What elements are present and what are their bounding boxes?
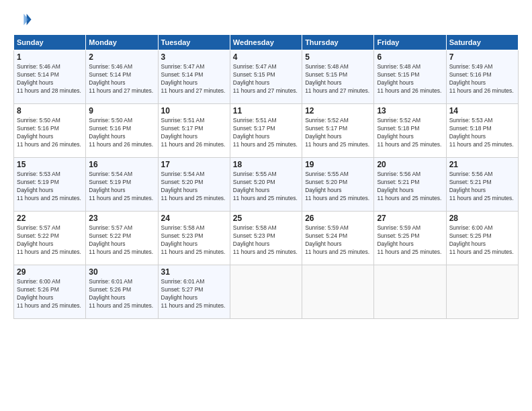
calendar-cell: 8 Sunrise: 5:50 AM Sunset: 5:16 PM Dayli… — [14, 104, 86, 158]
calendar-week-2: 8 Sunrise: 5:50 AM Sunset: 5:16 PM Dayli… — [14, 104, 519, 158]
day-number: 21 — [449, 160, 515, 169]
calendar-cell: 11 Sunrise: 5:51 AM Sunset: 5:17 PM Dayl… — [230, 104, 302, 158]
day-info: Sunrise: 5:54 AM Sunset: 5:20 PM Dayligh… — [161, 171, 227, 203]
day-info: Sunrise: 6:00 AM Sunset: 5:26 PM Dayligh… — [17, 278, 83, 310]
calendar-cell: 2 Sunrise: 5:46 AM Sunset: 5:14 PM Dayli… — [86, 50, 158, 104]
calendar-cell: 9 Sunrise: 5:50 AM Sunset: 5:16 PM Dayli… — [86, 104, 158, 158]
calendar-cell: 18 Sunrise: 5:55 AM Sunset: 5:20 PM Dayl… — [230, 158, 302, 212]
day-number: 26 — [305, 214, 371, 223]
calendar-cell: 27 Sunrise: 5:59 AM Sunset: 5:25 PM Dayl… — [374, 212, 446, 265]
calendar-cell — [374, 265, 446, 319]
calendar-cell: 26 Sunrise: 5:59 AM Sunset: 5:24 PM Dayl… — [302, 212, 374, 265]
day-info: Sunrise: 5:55 AM Sunset: 5:20 PM Dayligh… — [233, 171, 299, 203]
day-number: 11 — [233, 106, 299, 116]
calendar-cell: 12 Sunrise: 5:52 AM Sunset: 5:17 PM Dayl… — [302, 104, 374, 158]
day-info: Sunrise: 5:59 AM Sunset: 5:25 PM Dayligh… — [377, 224, 443, 257]
day-header-thursday: Thursday — [302, 35, 374, 50]
calendar-week-1: 1 Sunrise: 5:46 AM Sunset: 5:14 PM Dayli… — [14, 50, 519, 104]
day-number: 2 — [89, 52, 154, 62]
day-info: Sunrise: 6:01 AM Sunset: 5:26 PM Dayligh… — [89, 278, 154, 310]
day-number: 4 — [233, 52, 299, 62]
calendar-cell: 4 Sunrise: 5:47 AM Sunset: 5:15 PM Dayli… — [230, 50, 302, 104]
calendar-cell: 31 Sunrise: 6:01 AM Sunset: 5:27 PM Dayl… — [158, 265, 230, 319]
calendar-cell — [302, 265, 374, 319]
day-info: Sunrise: 5:56 AM Sunset: 5:21 PM Dayligh… — [449, 171, 515, 203]
day-info: Sunrise: 5:51 AM Sunset: 5:17 PM Dayligh… — [161, 117, 227, 149]
day-number: 12 — [305, 106, 371, 116]
calendar-cell: 7 Sunrise: 5:49 AM Sunset: 5:16 PM Dayli… — [446, 50, 518, 104]
day-info: Sunrise: 5:47 AM Sunset: 5:14 PM Dayligh… — [161, 63, 227, 95]
calendar-cell — [230, 265, 302, 319]
logo — [13, 10, 36, 29]
day-number: 27 — [377, 214, 443, 223]
logo-icon — [13, 10, 32, 29]
day-info: Sunrise: 5:46 AM Sunset: 5:14 PM Dayligh… — [89, 63, 154, 95]
day-header-wednesday: Wednesday — [230, 35, 302, 50]
calendar-body: 1 Sunrise: 5:46 AM Sunset: 5:14 PM Dayli… — [14, 50, 519, 319]
calendar-cell: 16 Sunrise: 5:54 AM Sunset: 5:19 PM Dayl… — [86, 158, 158, 212]
day-info: Sunrise: 5:54 AM Sunset: 5:19 PM Dayligh… — [89, 171, 154, 203]
day-number: 14 — [449, 106, 515, 116]
day-info: Sunrise: 5:51 AM Sunset: 5:17 PM Dayligh… — [233, 117, 299, 149]
day-number: 10 — [161, 106, 227, 116]
calendar-cell: 30 Sunrise: 6:01 AM Sunset: 5:26 PM Dayl… — [86, 265, 158, 319]
calendar-header-row: SundayMondayTuesdayWednesdayThursdayFrid… — [14, 35, 519, 50]
calendar-cell: 13 Sunrise: 5:52 AM Sunset: 5:18 PM Dayl… — [374, 104, 446, 158]
calendar-cell: 1 Sunrise: 5:46 AM Sunset: 5:14 PM Dayli… — [14, 50, 86, 104]
calendar-cell: 14 Sunrise: 5:53 AM Sunset: 5:18 PM Dayl… — [446, 104, 518, 158]
day-info: Sunrise: 5:53 AM Sunset: 5:19 PM Dayligh… — [17, 171, 83, 203]
calendar-week-5: 29 Sunrise: 6:00 AM Sunset: 5:26 PM Dayl… — [14, 265, 519, 319]
day-info: Sunrise: 5:53 AM Sunset: 5:18 PM Dayligh… — [449, 117, 515, 149]
day-info: Sunrise: 5:59 AM Sunset: 5:24 PM Dayligh… — [305, 224, 371, 257]
day-number: 20 — [377, 160, 443, 169]
day-info: Sunrise: 6:00 AM Sunset: 5:25 PM Dayligh… — [449, 224, 515, 257]
calendar-cell: 20 Sunrise: 5:56 AM Sunset: 5:21 PM Dayl… — [374, 158, 446, 212]
calendar-cell — [446, 265, 518, 319]
day-number: 1 — [17, 52, 83, 62]
day-number: 25 — [233, 214, 299, 223]
calendar-cell: 29 Sunrise: 6:00 AM Sunset: 5:26 PM Dayl… — [14, 265, 86, 319]
day-number: 9 — [89, 106, 154, 116]
day-info: Sunrise: 5:50 AM Sunset: 5:16 PM Dayligh… — [89, 117, 154, 149]
day-number: 6 — [377, 52, 443, 62]
page: SundayMondayTuesdayWednesdayThursdayFrid… — [0, 0, 532, 411]
day-number: 17 — [161, 160, 227, 169]
day-info: Sunrise: 5:58 AM Sunset: 5:23 PM Dayligh… — [233, 224, 299, 257]
day-info: Sunrise: 5:57 AM Sunset: 5:22 PM Dayligh… — [17, 224, 83, 257]
day-header-tuesday: Tuesday — [158, 35, 230, 50]
day-info: Sunrise: 5:48 AM Sunset: 5:15 PM Dayligh… — [377, 63, 443, 95]
calendar-cell: 10 Sunrise: 5:51 AM Sunset: 5:17 PM Dayl… — [158, 104, 230, 158]
calendar-week-3: 15 Sunrise: 5:53 AM Sunset: 5:19 PM Dayl… — [14, 158, 519, 212]
day-number: 19 — [305, 160, 371, 169]
day-number: 29 — [17, 267, 83, 277]
header — [13, 10, 519, 29]
day-number: 22 — [17, 214, 83, 223]
calendar-cell: 23 Sunrise: 5:57 AM Sunset: 5:22 PM Dayl… — [86, 212, 158, 265]
day-info: Sunrise: 5:47 AM Sunset: 5:15 PM Dayligh… — [233, 63, 299, 95]
day-number: 8 — [17, 106, 83, 116]
day-info: Sunrise: 5:57 AM Sunset: 5:22 PM Dayligh… — [89, 224, 154, 257]
day-number: 13 — [377, 106, 443, 116]
day-number: 15 — [17, 160, 83, 169]
day-number: 23 — [89, 214, 154, 223]
day-header-monday: Monday — [86, 35, 158, 50]
calendar: SundayMondayTuesdayWednesdayThursdayFrid… — [13, 34, 519, 319]
day-number: 7 — [449, 52, 515, 62]
calendar-cell: 19 Sunrise: 5:55 AM Sunset: 5:20 PM Dayl… — [302, 158, 374, 212]
day-info: Sunrise: 5:52 AM Sunset: 5:18 PM Dayligh… — [377, 117, 443, 149]
calendar-cell: 3 Sunrise: 5:47 AM Sunset: 5:14 PM Dayli… — [158, 50, 230, 104]
day-info: Sunrise: 5:46 AM Sunset: 5:14 PM Dayligh… — [17, 63, 83, 95]
day-number: 28 — [449, 214, 515, 223]
day-info: Sunrise: 5:56 AM Sunset: 5:21 PM Dayligh… — [377, 171, 443, 203]
day-header-saturday: Saturday — [446, 35, 518, 50]
day-info: Sunrise: 5:50 AM Sunset: 5:16 PM Dayligh… — [17, 117, 83, 149]
day-info: Sunrise: 5:55 AM Sunset: 5:20 PM Dayligh… — [305, 171, 371, 203]
calendar-cell: 17 Sunrise: 5:54 AM Sunset: 5:20 PM Dayl… — [158, 158, 230, 212]
day-number: 30 — [89, 267, 154, 277]
day-info: Sunrise: 5:58 AM Sunset: 5:23 PM Dayligh… — [161, 224, 227, 257]
calendar-cell: 24 Sunrise: 5:58 AM Sunset: 5:23 PM Dayl… — [158, 212, 230, 265]
calendar-cell: 22 Sunrise: 5:57 AM Sunset: 5:22 PM Dayl… — [14, 212, 86, 265]
calendar-cell: 21 Sunrise: 5:56 AM Sunset: 5:21 PM Dayl… — [446, 158, 518, 212]
calendar-week-4: 22 Sunrise: 5:57 AM Sunset: 5:22 PM Dayl… — [14, 212, 519, 265]
calendar-cell: 28 Sunrise: 6:00 AM Sunset: 5:25 PM Dayl… — [446, 212, 518, 265]
